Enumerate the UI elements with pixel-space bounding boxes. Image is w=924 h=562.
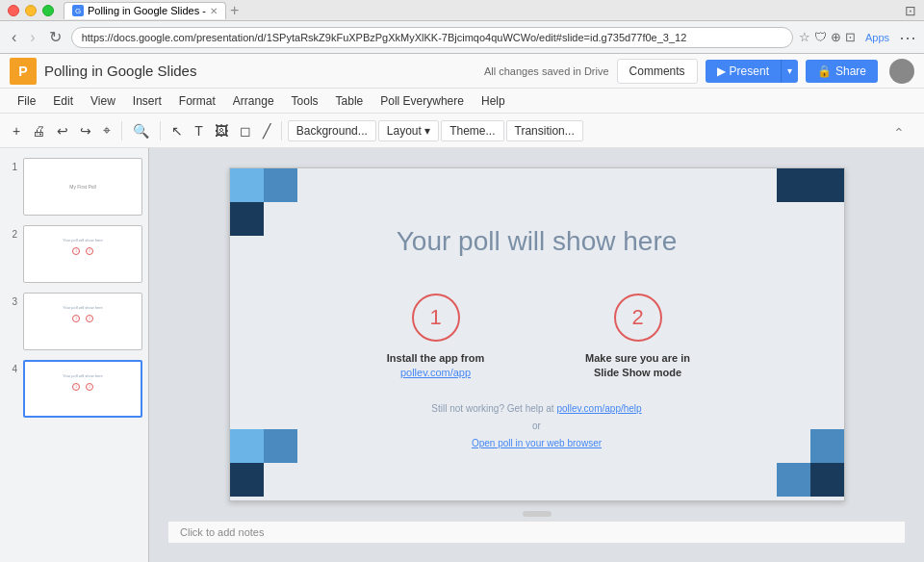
svg-rect-2 (230, 202, 264, 236)
svg-rect-4 (777, 168, 810, 202)
transition-button[interactable]: Transition... (506, 120, 583, 141)
svg-rect-3 (264, 202, 297, 236)
resize-handle[interactable] (523, 511, 552, 517)
svg-rect-8 (230, 429, 264, 463)
refresh-button[interactable]: ↻ (45, 26, 65, 48)
tab-label: Polling in Google Slides - (88, 5, 206, 16)
autosave-status: All changes saved in Drive (484, 65, 609, 77)
slide-preview-2[interactable]: Your poll will show here 1 2 (23, 225, 142, 283)
address-bar-row: ‹ › ↻ ☆ 🛡 ⊕ ⊡ Apps ⋯ (0, 21, 924, 54)
toolbar-separator-3 (281, 121, 282, 140)
slide-thumb-4[interactable]: 4 Your poll will show here 1 2 (4, 358, 144, 420)
print-button[interactable]: 🖨 (27, 120, 50, 141)
step-1-circle: 1 (412, 294, 460, 342)
bookmark-icon[interactable]: ☆ (799, 30, 810, 44)
undo-button[interactable]: ↩ (52, 120, 73, 141)
menu-file[interactable]: File (10, 92, 43, 110)
corner-bottom-right (777, 429, 844, 500)
present-dropdown-button[interactable]: ▾ (781, 60, 798, 83)
back-button[interactable]: ‹ (8, 27, 20, 48)
present-button[interactable]: ▶ Present (706, 60, 781, 83)
comments-button[interactable]: Comments (617, 59, 698, 84)
background-button[interactable]: Background... (288, 120, 376, 141)
slide-panel[interactable]: 1 My First Poll 2 Your poll will show he… (0, 148, 149, 562)
svg-rect-1 (264, 168, 297, 202)
svg-rect-11 (264, 463, 297, 497)
menu-insert[interactable]: Insert (125, 92, 169, 110)
open-poll-browser-link[interactable]: Open poll in your web browser (472, 438, 602, 448)
slide-thumb-1[interactable]: 1 My First Poll (4, 156, 144, 217)
menu-bar: File Edit View Insert Format Arrange Too… (0, 89, 924, 114)
slide-3-thumbnail: Your poll will show here 1 2 (24, 294, 141, 349)
window-controls: ⊡ (905, 3, 916, 18)
menu-view[interactable]: View (83, 92, 123, 110)
paint-format-button[interactable]: ⌖ (98, 119, 116, 141)
toolbar: + 🖨 ↩ ↪ ⌖ 🔍 ↖ T 🖼 ◻ ╱ Background... Layo… (0, 114, 924, 148)
steps-row: 1 Install the app from pollev.com/app 2 … (364, 294, 710, 381)
window-icon[interactable]: ⊡ (905, 3, 916, 18)
slide-thumb-3[interactable]: 3 Your poll will show here 1 2 (4, 291, 144, 352)
maximize-button[interactable] (42, 5, 54, 16)
image-tool[interactable]: 🖼 (210, 120, 233, 141)
slide-1-title: My First Poll (69, 184, 96, 190)
menu-tools[interactable]: Tools (284, 92, 326, 110)
traffic-lights (8, 5, 54, 16)
select-tool[interactable]: ↖ (167, 120, 188, 141)
address-bar-icons: ☆ 🛡 ⊕ ⊡ (799, 30, 856, 44)
menu-edit[interactable]: Edit (45, 92, 81, 110)
redo-button[interactable]: ↪ (75, 120, 96, 141)
step-2-text: Make sure you are inSlide Show mode (585, 351, 690, 381)
new-tab-button[interactable]: + (230, 2, 239, 19)
line-tool[interactable]: ╱ (258, 120, 275, 141)
shield-icon[interactable]: 🛡 (814, 30, 827, 44)
layout-button[interactable]: Layout ▾ (378, 120, 439, 141)
apps-button[interactable]: Apps (865, 32, 889, 43)
close-button[interactable] (8, 5, 19, 16)
corner-top-left (230, 168, 297, 240)
slide-thumb-2[interactable]: 2 Your poll will show here 1 2 (4, 223, 144, 285)
screenshot-icon[interactable]: ⊡ (845, 30, 856, 44)
menu-help[interactable]: Help (474, 92, 513, 110)
svg-rect-13 (810, 429, 844, 463)
lock-icon: 🔒 (817, 64, 832, 78)
toolbar-separator-1 (121, 121, 122, 140)
svg-rect-10 (230, 463, 264, 497)
menu-format[interactable]: Format (171, 92, 223, 110)
slide-edit-area: ⌃ (149, 148, 924, 562)
slide-2-thumbnail: Your poll will show here 1 2 (24, 226, 141, 282)
menu-table[interactable]: Table (328, 92, 372, 110)
address-input[interactable] (71, 27, 793, 48)
forward-button[interactable]: › (26, 27, 38, 48)
slide-num-4: 4 (6, 364, 17, 374)
tab-close-button[interactable]: ✕ (210, 6, 218, 16)
slide-4-thumbnail: Your poll will show here 1 2 (25, 362, 141, 416)
collapse-panel-icon[interactable]: ⌃ (893, 125, 905, 140)
text-tool[interactable]: T (190, 120, 208, 141)
help-text-area: Still not working? Get help at pollev.co… (431, 400, 641, 452)
theme-button[interactable]: Theme... (441, 120, 503, 141)
slide-preview-4[interactable]: Your poll will show here 1 2 (23, 360, 142, 418)
zoom-button[interactable]: 🔍 (128, 120, 154, 141)
browser-tab[interactable]: G Polling in Google Slides - ✕ (64, 2, 226, 19)
extension-icon[interactable]: ⊕ (831, 30, 841, 44)
menu-poll-everywhere[interactable]: Poll Everywhere (372, 92, 472, 110)
slide-canvas[interactable]: Your poll will show here 1 Install the a… (229, 167, 845, 501)
minimize-button[interactable] (25, 5, 37, 16)
notes-bar[interactable]: Click to add notes (168, 521, 905, 543)
slide-preview-1[interactable]: My First Poll (23, 158, 142, 216)
shapes-tool[interactable]: ◻ (235, 120, 256, 141)
account-avatar[interactable] (889, 59, 914, 84)
share-button[interactable]: 🔒 Share (806, 60, 878, 83)
pollev-help-link[interactable]: pollev.com/app/help (556, 403, 641, 414)
browser-menu-icon[interactable]: ⋯ (899, 27, 916, 48)
add-slide-button[interactable]: + (8, 120, 25, 141)
corner-top-right (777, 168, 844, 240)
menu-arrange[interactable]: Arrange (225, 92, 282, 110)
slide-preview-3[interactable]: Your poll will show here 1 2 (23, 293, 142, 350)
present-icon: ▶ (717, 64, 726, 78)
present-button-group: ▶ Present ▾ (706, 60, 798, 83)
notes-placeholder[interactable]: Click to add notes (180, 526, 264, 538)
pollev-app-link[interactable]: pollev.com/app (400, 367, 471, 378)
tab-bar: G Polling in Google Slides - ✕ + (64, 2, 905, 19)
slide-num-1: 1 (6, 162, 17, 172)
